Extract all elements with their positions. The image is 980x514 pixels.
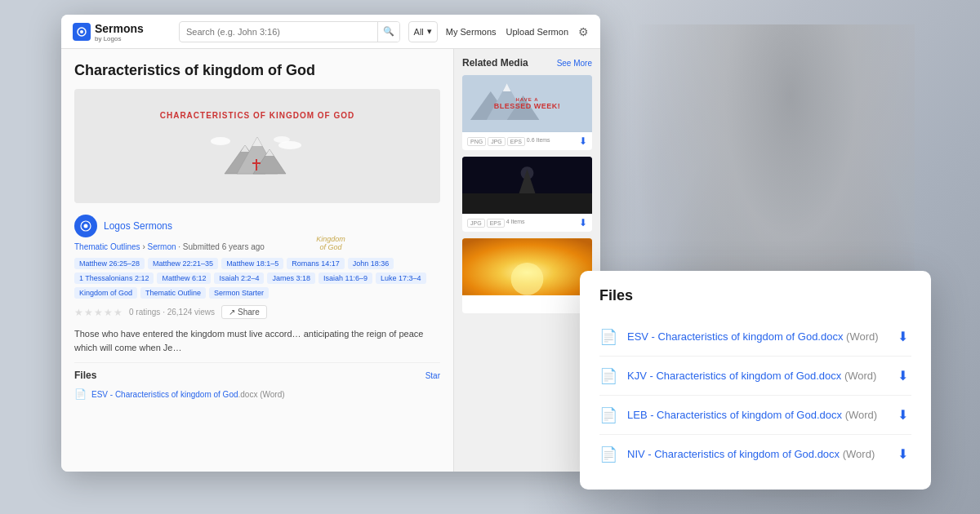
sermon-tag[interactable]: James 3:18 — [267, 273, 315, 284]
svg-rect-8 — [256, 159, 257, 171]
sermon-thumbnail: CHARACTERISTICS OF KINGDOM OF GOD — [74, 89, 440, 203]
sermon-tag[interactable]: Isaiah 11:6–9 — [318, 273, 372, 284]
svg-marker-6 — [252, 137, 262, 146]
settings-icon[interactable]: ⚙ — [578, 25, 589, 38]
mountain-svg — [208, 125, 306, 182]
sermon-tag[interactable]: 1 Thessalonians 2:12 — [74, 273, 154, 284]
svg-point-25 — [511, 263, 544, 295]
files-label-small: Files — [74, 370, 96, 381]
media-thumb-3 — [462, 238, 592, 295]
search-bar: 🔍 — [179, 21, 400, 42]
search-button[interactable]: 🔍 — [377, 22, 399, 42]
file-name-niv: NIV - Characteristics of kingdom of God.… — [627, 448, 884, 460]
media-card-2: Kingdomof God JPG EPS 4 Items ⬇ — [462, 157, 592, 232]
file-doc-icon-niv: 📄 — [599, 445, 617, 463]
sermon-tag[interactable]: Matthew 22:21–35 — [148, 258, 218, 269]
file-doc-icon-leb: 📄 — [599, 406, 617, 424]
file-row-esv: 📄 ESV - Characteristics of kingdom of Go… — [599, 317, 911, 357]
start-link[interactable]: Star — [425, 371, 440, 380]
breadcrumb-sermon[interactable]: Sermon — [147, 242, 176, 251]
media-tags-2: JPG EPS 4 Items — [467, 219, 525, 228]
app-title: Sermons — [95, 22, 144, 35]
search-input[interactable] — [180, 27, 377, 37]
app-subtitle: by Logos — [95, 36, 144, 42]
media-thumb-2: Kingdomof God — [462, 157, 592, 214]
niv-file-link[interactable]: NIV - Characteristics of kingdom of God.… — [627, 448, 840, 460]
sermon-tag[interactable]: Matthew 18:1–5 — [221, 258, 283, 269]
media-footer-1: PNG JPG EPS 0.6 Items ⬇ — [462, 132, 592, 150]
sermon-tag[interactable]: Sermon Starter — [209, 287, 269, 299]
author-name[interactable]: Logos Sermons — [104, 220, 172, 232]
media-footer-2: JPG EPS 4 Items ⬇ — [462, 214, 592, 232]
file-row-leb: 📄 LEB - Characteristics of kingdom of Go… — [599, 396, 911, 435]
sermon-tag[interactable]: Matthew 6:12 — [157, 273, 211, 284]
files-header-small: Files Star — [74, 370, 440, 381]
related-media-title: Related Media — [462, 57, 528, 69]
media-card-3: ⬇ — [462, 238, 592, 313]
svg-marker-7 — [265, 149, 274, 156]
file-icon-small: 📄 — [74, 388, 87, 400]
svg-rect-9 — [252, 162, 261, 164]
files-section-small: Files Star 📄 ESV - Characteristics of ki… — [74, 362, 440, 402]
browser-window: Sermons by Logos 🔍 All ▾ My Sermons Uplo… — [61, 15, 600, 472]
svg-rect-21 — [462, 193, 592, 214]
ratings-text: 0 ratings · 26,124 views — [129, 308, 215, 317]
sermon-description: Those who have entered the kingdom must … — [74, 327, 440, 354]
upload-sermon-link[interactable]: Upload Sermon — [506, 27, 568, 37]
download-icon-2[interactable]: ⬇ — [579, 217, 587, 228]
media-thumb-1: HAVE A BLESSED WEEK! — [462, 75, 592, 132]
download-icon-1[interactable]: ⬇ — [579, 135, 587, 147]
file-doc-icon-kjv: 📄 — [599, 367, 617, 385]
tags-area: Matthew 26:25–28Matthew 22:21–35Matthew … — [74, 258, 440, 299]
chevron-down-icon: ▾ — [427, 26, 432, 37]
leb-download-button[interactable]: ⬇ — [894, 404, 911, 426]
nav-bar: Sermons by Logos 🔍 All ▾ My Sermons Uplo… — [61, 15, 600, 49]
sermon-image-title: CHARACTERISTICS OF KINGDOM OF GOD — [160, 111, 355, 120]
see-more-link[interactable]: See More — [557, 59, 592, 68]
file-name-kjv: KJV - Characteristics of kingdom of God.… — [627, 370, 884, 382]
sermon-tag[interactable]: Thematic Outline — [140, 287, 206, 299]
sermon-tag[interactable]: Matthew 26:25–28 — [74, 258, 145, 269]
svg-point-1 — [80, 30, 83, 33]
svg-point-12 — [274, 136, 290, 143]
breadcrumb: Thematic Outlines › Sermon · Submitted 6… — [74, 242, 440, 251]
star-rating[interactable]: ★ ★ ★ ★ ★ — [74, 307, 122, 318]
breadcrumb-submitted: Submitted 6 years ago — [183, 242, 265, 251]
leb-file-link[interactable]: LEB - Characteristics of kingdom of God.… — [627, 409, 842, 421]
niv-file-type: (Word) — [843, 448, 875, 460]
share-icon: ↗ — [229, 308, 235, 317]
share-button[interactable]: ↗ Share — [221, 305, 267, 319]
esv-download-button[interactable]: ⬇ — [894, 326, 911, 348]
svg-point-14 — [84, 224, 88, 228]
my-sermons-link[interactable]: My Sermons — [446, 27, 497, 37]
sermon-tag[interactable]: Isaiah 2:2–4 — [214, 273, 264, 284]
main-content: Characteristics of kingdom of God CHARAC… — [61, 49, 600, 472]
sermon-tag[interactable]: John 18:36 — [348, 258, 394, 269]
media-card-1: HAVE A BLESSED WEEK! PNG JPG EPS 0.6 Ite… — [462, 75, 592, 150]
files-popup-title: Files — [599, 287, 911, 304]
kjv-file-link[interactable]: KJV - Characteristics of kingdom of God.… — [627, 370, 841, 382]
sermon-detail-panel: Characteristics of kingdom of God CHARAC… — [61, 49, 453, 472]
small-file-link[interactable]: ESV - Characteristics of kingdom of God.… — [91, 390, 285, 399]
breadcrumb-thematic[interactable]: Thematic Outlines — [74, 242, 140, 251]
esv-file-link[interactable]: ESV - Characteristics of kingdom of God.… — [627, 330, 843, 343]
niv-download-button[interactable]: ⬇ — [894, 443, 911, 465]
logo-area: Sermons by Logos — [73, 21, 171, 42]
kjv-file-type: (Word) — [844, 370, 876, 382]
files-popup: Files 📄 ESV - Characteristics of kingdom… — [580, 271, 931, 490]
kjv-download-button[interactable]: ⬇ — [894, 365, 911, 387]
file-row-kjv: 📄 KJV - Characteristics of kingdom of Go… — [599, 357, 911, 396]
sermon-tag[interactable]: Kingdom of God — [74, 287, 137, 299]
logo-icon — [73, 23, 91, 41]
esv-file-type: (Word) — [846, 330, 878, 343]
nav-links: My Sermons Upload Sermon ⚙ — [446, 25, 589, 38]
file-row-niv: 📄 NIV - Characteristics of kingdom of Go… — [599, 435, 911, 473]
sermon-tag[interactable]: Luke 17:3–4 — [376, 273, 426, 284]
related-media-header: Related Media See More — [462, 57, 592, 69]
logo-text-group: Sermons by Logos — [95, 21, 144, 42]
sermon-tag[interactable]: Romans 14:17 — [287, 258, 345, 269]
filter-dropdown[interactable]: All ▾ — [408, 21, 438, 42]
author-section: Logos Sermons — [74, 215, 440, 237]
related-media-panel: Related Media See More HAVE A — [453, 49, 600, 472]
small-file-row: 📄 ESV - Characteristics of kingdom of Go… — [74, 386, 440, 402]
